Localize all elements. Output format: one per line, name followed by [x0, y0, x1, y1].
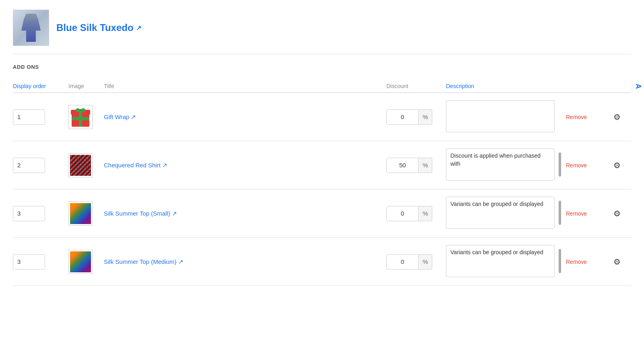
item-image-summer-small	[68, 202, 93, 226]
item-link-summer-medium[interactable]: Silk Summer Top (Medium) ↗	[104, 258, 383, 265]
discount-input[interactable]	[386, 109, 419, 125]
gift-ribbon-h	[72, 117, 89, 120]
table-row: Silk Summer Top (Small) ↗ % Remove ⚙	[13, 189, 631, 238]
gear-cell: ⚙	[613, 112, 631, 122]
table-row: Silk Summer Top (Medium) ↗ % Remove ⚙	[13, 238, 631, 286]
item-title-cell: Silk Summer Top (Small) ↗	[104, 210, 383, 217]
discount-pct-label: %	[419, 206, 432, 221]
order-input[interactable]	[13, 158, 45, 173]
order-cell	[13, 109, 65, 125]
remove-button[interactable]: Remove	[566, 114, 587, 120]
remove-button[interactable]: Remove	[566, 162, 587, 169]
gear-button[interactable]: ⚙	[613, 112, 621, 122]
item-link-red-shirt[interactable]: Chequered Red Shirt ↗	[104, 162, 383, 169]
remove-cell: Remove	[566, 162, 610, 169]
discount-cell: %	[386, 206, 443, 221]
table-row: Gift Wrap ↗ % Remove ⚙	[13, 93, 631, 141]
product-header: Blue Silk Tuxedo ↗	[13, 10, 631, 54]
remove-cell: Remove	[566, 210, 610, 217]
description-textarea[interactable]	[446, 100, 555, 132]
product-title-text: Blue Silk Tuxedo	[56, 22, 134, 33]
item-link-summer-small[interactable]: Silk Summer Top (Small) ↗	[104, 210, 383, 217]
gear-cell: ⚙	[613, 160, 631, 170]
order-input[interactable]	[13, 254, 45, 269]
order-input[interactable]	[13, 109, 45, 125]
discount-pct-label: %	[419, 109, 432, 125]
summer-top-graphic-medium	[70, 251, 91, 272]
description-textarea[interactable]	[446, 245, 555, 277]
discount-cell: %	[386, 254, 443, 269]
table-header: Display order Image Title Discount Descr…	[13, 80, 631, 93]
product-title[interactable]: Blue Silk Tuxedo ↗	[56, 22, 141, 33]
discount-input[interactable]	[386, 254, 419, 269]
gear-button[interactable]: ⚙	[613, 209, 621, 218]
shirt-graphic	[70, 155, 91, 176]
header-title: Title	[104, 83, 383, 89]
item-title-text: Silk Summer Top (Medium)	[104, 258, 177, 265]
order-cell	[13, 254, 65, 269]
page: Blue Silk Tuxedo ↗ ADD ONS Display order…	[0, 0, 644, 362]
description-cell	[446, 100, 563, 134]
header-display-order[interactable]: Display order	[13, 83, 65, 89]
gear-button[interactable]: ⚙	[613, 257, 621, 267]
order-cell	[13, 206, 65, 221]
addons-section-title: ADD ONS	[13, 64, 39, 70]
addons-header: ADD ONS	[13, 64, 631, 76]
product-ext-link-icon[interactable]: ↗	[136, 24, 141, 32]
order-cell	[13, 158, 65, 173]
item-image-shirt	[68, 153, 93, 177]
table-row: Chequered Red Shirt ↗ % Remove ⚙	[13, 141, 631, 189]
scrollbar-indicator	[559, 201, 561, 225]
discount-cell: %	[386, 158, 443, 173]
summer-top-graphic	[70, 203, 91, 224]
gear-cell: ⚙	[613, 257, 631, 267]
remove-cell: Remove	[566, 113, 610, 120]
remove-cell: Remove	[566, 258, 610, 265]
item-title-text: Chequered Red Shirt	[104, 162, 161, 169]
item-title-ext-icon: ↗	[131, 113, 136, 121]
remove-button[interactable]: Remove	[566, 259, 587, 265]
remove-button[interactable]: Remove	[566, 210, 587, 217]
description-cell	[446, 148, 563, 182]
item-title-cell: Silk Summer Top (Medium) ↗	[104, 258, 383, 265]
discount-pct-label: %	[419, 254, 432, 269]
right-edge-add-button[interactable]: A	[632, 80, 644, 92]
gear-button[interactable]: ⚙	[613, 160, 621, 170]
gear-cell: ⚙	[613, 209, 631, 218]
item-title-cell: Gift Wrap ↗	[104, 113, 383, 121]
gift-wrap-graphic	[70, 107, 91, 128]
item-image-gift-wrap	[68, 105, 93, 129]
item-title-ext-icon: ↗	[178, 258, 184, 265]
description-textarea[interactable]	[446, 148, 555, 181]
discount-pct-label: %	[419, 158, 432, 173]
description-cell	[446, 197, 563, 230]
header-image: Image	[68, 83, 101, 89]
addons-section: ADD ONS Display order Image Title Discou…	[13, 64, 631, 286]
discount-input[interactable]	[386, 206, 419, 221]
product-image-placeholder	[13, 10, 49, 45]
product-image	[13, 10, 49, 46]
description-textarea[interactable]	[446, 197, 555, 229]
item-image-summer-medium	[68, 250, 93, 274]
item-title-cell: Chequered Red Shirt ↗	[104, 162, 383, 169]
item-title-text: Gift Wrap	[104, 113, 129, 120]
order-input[interactable]	[13, 206, 45, 221]
header-discount: Discount	[386, 83, 443, 89]
description-cell	[446, 245, 563, 278]
item-title-ext-icon: ↗	[172, 210, 177, 217]
item-link-gift-wrap[interactable]: Gift Wrap ↗	[104, 113, 383, 121]
discount-input[interactable]	[386, 158, 419, 173]
item-title-ext-icon: ↗	[162, 162, 167, 169]
scrollbar-indicator	[559, 249, 561, 273]
product-person-image	[19, 14, 43, 42]
header-description[interactable]: Description	[446, 83, 563, 89]
item-title-text: Silk Summer Top (Small)	[104, 210, 170, 217]
discount-cell: %	[386, 109, 443, 125]
scrollbar-indicator	[559, 152, 561, 177]
